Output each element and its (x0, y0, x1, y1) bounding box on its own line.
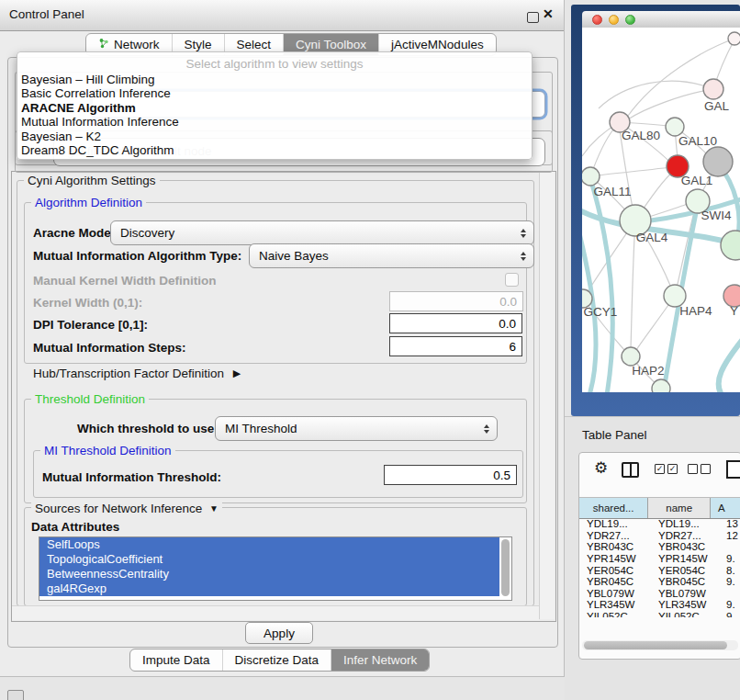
mi-steps-field[interactable]: 6 (389, 336, 522, 356)
close-icon[interactable]: ✕ (543, 6, 554, 21)
manual-kernel-checkbox[interactable] (505, 273, 519, 287)
node-bottom-green[interactable] (652, 379, 670, 392)
tab-discretize-data[interactable]: Discretize Data (222, 649, 331, 671)
network-edge-highlighted[interactable] (719, 338, 740, 392)
deselect-all-checkboxes-icon[interactable] (688, 464, 711, 474)
node-gray-node[interactable] (703, 147, 733, 176)
attribute-item-topologicalcoefficient[interactable]: TopologicalCoefficient (39, 552, 499, 567)
settings-vertical-scrollbar[interactable] (539, 172, 555, 619)
dropdown-item-bayesian-hill-climbing[interactable]: Bayesian – Hill Climbing (17, 73, 532, 86)
mi-steps-value: 6 (509, 340, 516, 354)
column-header[interactable]: A (711, 498, 740, 518)
table-body: YDL19...YDL19...13YDR27...YDR27...12YBR0… (579, 518, 740, 617)
network-edge[interactable] (598, 166, 678, 175)
kernel-width-field[interactable]: 0.0 (389, 291, 523, 311)
hub-definition-toggle[interactable]: Hub/Transcription Factor Definition ▶ (33, 367, 241, 380)
aracne-mode-combobox[interactable]: Discovery (110, 220, 534, 245)
which-threshold-label: Which threshold to use: (77, 422, 219, 435)
table-cell: YPR145W (579, 553, 653, 564)
table-cell: YBR045C (579, 576, 653, 587)
bottom-tabbar: Impute DataDiscretize DataInfer Network (129, 649, 430, 672)
attribute-item-selfloops[interactable]: SelfLoops (39, 537, 499, 552)
tab-infer-network[interactable]: Infer Network (331, 649, 429, 671)
table-cell: 9. (719, 576, 735, 587)
apply-button[interactable]: Apply (245, 622, 313, 644)
table-horizontal-scrollbar[interactable] (582, 640, 738, 650)
tab-label: Cyni Toolbox (296, 38, 366, 51)
table-cell: YER054C (579, 565, 653, 576)
zoom-traffic-light-icon[interactable] (625, 15, 635, 25)
table-row[interactable]: YBR045CYBR045C9. (579, 576, 740, 588)
table-row[interactable]: YDL19...YDL19...13 (579, 518, 740, 530)
node-label: GAL1 (681, 174, 713, 187)
scrollbar-thumb[interactable] (584, 641, 727, 649)
attribute-item-gal4rgexp[interactable]: gal4RGexp (39, 581, 499, 596)
column-header[interactable]: name (648, 498, 711, 518)
dropdown-item-bayesian-k2[interactable]: Bayesian – K2 (17, 130, 532, 143)
minimize-traffic-light-icon[interactable] (609, 15, 619, 25)
dropdown-items: Bayesian – Hill ClimbingBasic Correlatio… (17, 73, 532, 157)
node-right-big[interactable] (721, 231, 740, 260)
table-cell: YLR345W (579, 599, 653, 610)
kernel-width-value: 0.0 (499, 295, 517, 309)
network-edge[interactable] (628, 89, 713, 119)
node-gal2[interactable] (703, 79, 723, 99)
column-header[interactable]: shared... (579, 498, 648, 518)
tab-impute-data[interactable]: Impute Data (130, 649, 222, 671)
sources-title: Sources for Network Inference (35, 502, 202, 515)
table-cell: YBR045C (653, 576, 719, 587)
network-edge[interactable] (631, 220, 635, 348)
node-gal11[interactable] (582, 167, 600, 186)
dropdown-item-dream8-dc-tdc-algorithm[interactable]: Dream8 DC_TDC Algorithm (17, 143, 532, 157)
tab-label: Network (114, 38, 160, 51)
show-columns-icon[interactable] (622, 462, 639, 478)
network-canvas[interactable]: GALGAL80GAL10GAL1GAL11SWI4GAL4GCY1HAP4YH… (582, 28, 740, 392)
dropdown-placeholder: Select algorithm to view settings (17, 52, 532, 73)
dpi-tolerance-field[interactable]: 0.0 (389, 313, 522, 333)
mi-type-value: Naive Bayes (259, 249, 329, 263)
settings-horizontal-scrollbar[interactable] (12, 605, 539, 620)
close-traffic-light-icon[interactable] (592, 15, 602, 25)
function-builder-icon[interactable] (726, 460, 740, 479)
table-row[interactable]: YBL079WYBL079W (579, 588, 740, 600)
table-row[interactable]: YDR27...YDR27...12 (579, 530, 740, 542)
sources-toggle[interactable]: Sources for Network Inference ▼ (31, 502, 222, 515)
mi-threshold-field[interactable]: 0.5 (384, 465, 517, 485)
data-attributes-list[interactable]: SelfLoopsTopologicalCoefficientBetweenne… (39, 536, 512, 601)
table-row[interactable]: YBR043CYBR043C (579, 541, 740, 553)
table-row[interactable]: YIL052CYIL052C9. (579, 611, 740, 617)
dropdown-item-mutual-information-inference[interactable]: Mutual Information Inference (17, 115, 532, 129)
tab-label: Impute Data (142, 653, 210, 667)
select-all-checkboxes-icon[interactable]: ✓✓ (655, 464, 678, 474)
node-label: HAP2 (632, 364, 664, 378)
node-hap2[interactable] (622, 347, 640, 366)
algorithm-definition-title: Algorithm Definition (31, 196, 146, 209)
threshold-definition-title: Threshold Definition (31, 392, 149, 406)
table-cell: 8. (719, 565, 735, 576)
dropdown-item-aracne-algorithm[interactable]: ARACNE Algorithm (17, 101, 532, 115)
node-partial-top[interactable] (728, 32, 740, 45)
table-row[interactable]: YER054CYER054C8. (579, 564, 740, 576)
dpi-tolerance-value: 0.0 (499, 317, 516, 331)
list-scrollbar[interactable] (501, 539, 510, 596)
docked-panel-icon[interactable] (7, 690, 24, 700)
stepper-icon (484, 424, 489, 434)
control-panel-window: Control Panel ✕ NetworkStyleSelectCyni T… (0, 0, 565, 677)
mi-type-combobox[interactable]: Naive Bayes (249, 243, 534, 268)
float-window-icon[interactable] (527, 12, 539, 23)
table-row[interactable]: YLR345WYLR345W9. (579, 599, 740, 611)
which-threshold-combobox[interactable]: MI Threshold (215, 416, 498, 441)
table-row[interactable]: YPR145WYPR145W9. (579, 553, 740, 565)
gear-icon[interactable]: ⚙ (594, 460, 608, 476)
attribute-item-betweennesscentrality[interactable]: BetweennessCentrality (39, 567, 499, 581)
aracne-mode-value: Discovery (120, 226, 174, 240)
table-cell: YLR345W (653, 599, 719, 610)
node-label: GAL (704, 99, 730, 113)
dropdown-item-basic-correlation-inference[interactable]: Basic Correlation Inference (17, 86, 532, 100)
network-window-titlebar[interactable] (582, 11, 740, 28)
node-label: GAL10 (678, 134, 717, 148)
screen: Control Panel ✕ NetworkStyleSelectCyni T… (0, 0, 740, 700)
node-gal10[interactable] (666, 118, 684, 136)
control-panel-titlebar: Control Panel ✕ (0, 0, 564, 31)
tab-label: Style (185, 38, 212, 51)
